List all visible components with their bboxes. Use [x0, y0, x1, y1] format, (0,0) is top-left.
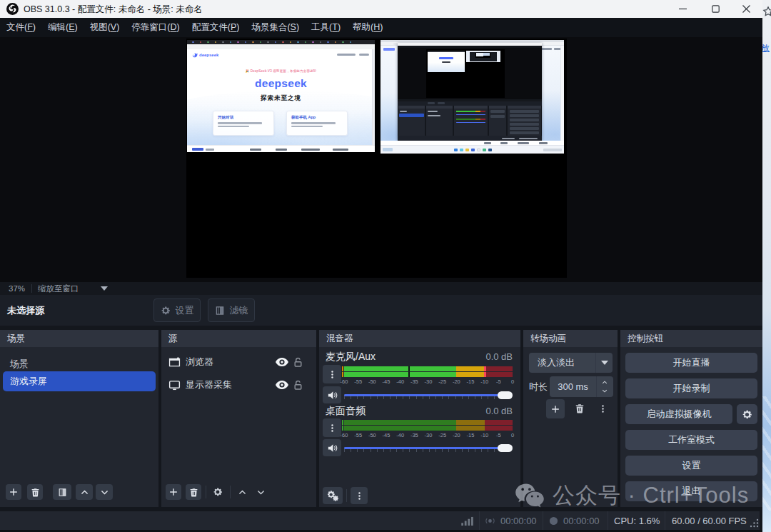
- scale-label: 0: [511, 432, 514, 438]
- tab-favicon: [342, 41, 344, 44]
- browser-scrollbar: [372, 49, 375, 145]
- tab-favicon: [312, 41, 314, 44]
- mixer-menu-button[interactable]: [351, 487, 368, 504]
- volume-slider-mic[interactable]: [344, 391, 513, 399]
- divider: [665, 511, 665, 530]
- add-transition-button[interactable]: [546, 399, 565, 418]
- virtual-camera-button[interactable]: 启动虚拟摄像机: [625, 404, 732, 424]
- scale-label: -5: [496, 432, 501, 438]
- close-button[interactable]: [730, 0, 762, 18]
- transition-menu-button[interactable]: [595, 401, 610, 416]
- source-up-button[interactable]: [234, 484, 250, 500]
- volume-slider-desktop[interactable]: [344, 443, 513, 452]
- start-recording-button[interactable]: 开始录制: [625, 378, 757, 398]
- filters-button[interactable]: 滤镜: [208, 298, 255, 322]
- channel-menu-button[interactable]: [323, 365, 341, 383]
- scene-item[interactable]: 场景: [3, 354, 156, 373]
- nested-status-bar: [398, 136, 542, 141]
- minimize-button[interactable]: [666, 0, 699, 18]
- volume-meter-desktop: [344, 420, 513, 431]
- menu-file[interactable]: 文件(F): [6, 19, 36, 36]
- menu-profile[interactable]: 配置文件(P): [192, 19, 240, 36]
- transitions-dock-title[interactable]: 转场动画: [523, 330, 618, 347]
- start-streaming-button[interactable]: 开始直播: [625, 353, 757, 373]
- chevron-up-icon[interactable]: [600, 379, 609, 386]
- preview-canvas[interactable]: deepseek 🎉 DeepSeek-V3 模型更新，各项能力全面进阶 dee…: [186, 39, 567, 278]
- scene-filters-button[interactable]: [53, 484, 71, 500]
- preview-zoom-row: 37% 缩放至窗口: [0, 282, 762, 295]
- chevron-down-icon[interactable]: [600, 388, 609, 394]
- lock-open-icon[interactable]: [293, 380, 303, 391]
- kebab-icon: [328, 370, 337, 379]
- kebab-icon: [328, 423, 337, 433]
- nested-scenes-dock: [398, 106, 425, 136]
- lock-open-icon[interactable]: [293, 357, 303, 368]
- scene-up-button[interactable]: [76, 484, 93, 500]
- remove-source-button[interactable]: [186, 484, 201, 500]
- exit-button[interactable]: 退出: [625, 481, 757, 501]
- browser-source-icon: [168, 357, 181, 368]
- mute-button[interactable]: [323, 386, 341, 403]
- add-scene-button[interactable]: [6, 484, 21, 500]
- properties-button[interactable]: 设置: [153, 298, 201, 322]
- menu-edit[interactable]: 编辑(E): [48, 19, 78, 36]
- menu-tools[interactable]: 工具(T): [311, 19, 341, 36]
- tab-favicon: [275, 41, 277, 44]
- star-icon: [762, 6, 771, 17]
- remove-transition-button[interactable]: [572, 401, 588, 416]
- scenes-dock-title[interactable]: 场景: [0, 330, 158, 347]
- eye-icon[interactable]: [276, 358, 288, 366]
- controls-dock-title[interactable]: 控制按钮: [620, 330, 762, 347]
- source-properties-button[interactable]: [210, 484, 226, 500]
- signal-bars-icon: [461, 516, 473, 526]
- source-down-button[interactable]: [253, 484, 268, 500]
- adv-audio-button[interactable]: [323, 487, 343, 504]
- footer-logo-text: [206, 149, 214, 151]
- virtual-camera-config-button[interactable]: [737, 404, 757, 424]
- source-row-display[interactable]: 显示器采集: [161, 376, 316, 394]
- menu-docks[interactable]: 停靠窗口(D): [131, 19, 179, 36]
- tab-favicon: [290, 41, 292, 44]
- card-text-bar: [218, 126, 249, 128]
- mute-button[interactable]: [323, 439, 341, 456]
- duration-spinbox[interactable]: 300 ms: [550, 376, 613, 397]
- fps-counter: 60.00 / 60.00 FPS: [672, 511, 747, 530]
- sources-dock-title[interactable]: 源: [161, 330, 316, 347]
- tab-favicon: [335, 41, 337, 44]
- zoom-mode-select[interactable]: 缩放至窗口: [38, 283, 79, 294]
- resize-grip[interactable]: [750, 518, 759, 528]
- spin-buttons[interactable]: [596, 376, 613, 397]
- divider: [230, 486, 231, 498]
- gear-icon: [213, 487, 223, 497]
- slider-handle[interactable]: [498, 444, 513, 452]
- source-label: 浏览器: [186, 356, 213, 368]
- deepseek-whale-icon: [192, 52, 198, 58]
- nested-docks: [398, 106, 542, 136]
- deepseek-tagline: 探索未至之境: [187, 94, 375, 103]
- source-row-browser[interactable]: 浏览器: [161, 353, 316, 371]
- tab-favicon: [200, 41, 202, 44]
- mixer-dock-title[interactable]: 混音器: [319, 330, 520, 347]
- deepseek-logo: deepseek: [192, 52, 218, 58]
- menu-view[interactable]: 视图(V): [90, 19, 120, 36]
- menu-help[interactable]: 帮助(H): [353, 19, 383, 36]
- filter-icon: [58, 488, 67, 497]
- transition-value: 淡入淡出: [538, 356, 575, 369]
- studio-mode-button[interactable]: 工作室模式: [625, 430, 757, 450]
- nested-controls-dock: [508, 106, 541, 136]
- page-top-links: [337, 54, 369, 56]
- scale-label: -5: [496, 378, 501, 385]
- scene-down-button[interactable]: [96, 484, 113, 500]
- channel-menu-button[interactable]: [323, 418, 341, 437]
- chevron-down-icon[interactable]: [101, 286, 108, 291]
- eye-icon[interactable]: [276, 381, 288, 389]
- menu-scene-collection[interactable]: 场景集合(S): [251, 19, 299, 36]
- slider-handle[interactable]: [498, 391, 513, 399]
- settings-button[interactable]: 设置: [625, 456, 757, 476]
- transition-select[interactable]: 淡入淡出: [529, 353, 613, 373]
- maximize-button[interactable]: [699, 0, 732, 18]
- scale-label: -40: [396, 432, 404, 438]
- remove-scene-button[interactable]: [27, 484, 43, 500]
- scene-item-selected[interactable]: 游戏录屏: [3, 371, 156, 391]
- add-source-button[interactable]: [166, 484, 181, 500]
